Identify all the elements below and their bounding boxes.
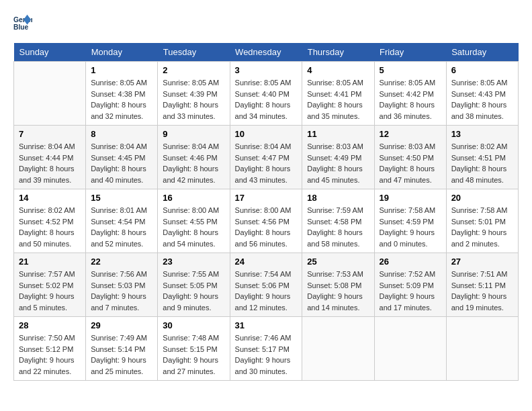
day-number: 26 (380, 257, 441, 267)
day-number: 2 (163, 65, 224, 75)
day-number: 19 (380, 193, 441, 203)
calendar-cell: 8Sunrise: 8:04 AMSunset: 4:45 PMDaylight… (86, 126, 158, 189)
day-number: 15 (91, 193, 152, 203)
day-info: Sunrise: 8:01 AMSunset: 4:54 PMDaylight:… (91, 205, 152, 249)
calendar-cell: 14Sunrise: 8:02 AMSunset: 4:52 PMDayligh… (14, 189, 86, 253)
logo: General Blue (13, 13, 36, 32)
day-info: Sunrise: 7:55 AMSunset: 5:05 PMDaylight:… (163, 269, 224, 313)
day-info: Sunrise: 8:05 AMSunset: 4:41 PMDaylight:… (307, 77, 369, 122)
weekday-header: Saturday (446, 43, 518, 62)
calendar-cell: 18Sunrise: 7:59 AMSunset: 4:58 PMDayligh… (302, 189, 374, 253)
logo-icon: General Blue (13, 13, 32, 32)
calendar-cell: 31Sunrise: 7:46 AMSunset: 5:17 PMDayligh… (230, 317, 302, 381)
calendar-cell: 20Sunrise: 7:58 AMSunset: 5:01 PMDayligh… (446, 189, 518, 253)
day-number: 3 (235, 65, 298, 75)
day-info: Sunrise: 8:05 AMSunset: 4:42 PMDaylight:… (380, 77, 441, 122)
calendar-cell: 9Sunrise: 8:04 AMSunset: 4:46 PMDaylight… (158, 126, 230, 189)
day-info: Sunrise: 8:05 AMSunset: 4:40 PMDaylight:… (235, 77, 298, 122)
day-number: 16 (163, 193, 224, 203)
day-info: Sunrise: 8:02 AMSunset: 4:51 PMDaylight:… (451, 141, 513, 185)
calendar-cell: 16Sunrise: 8:00 AMSunset: 4:55 PMDayligh… (158, 189, 230, 253)
calendar-cell: 30Sunrise: 7:48 AMSunset: 5:15 PMDayligh… (158, 317, 230, 381)
day-number: 4 (307, 65, 369, 75)
calendar-week-row: 14Sunrise: 8:02 AMSunset: 4:52 PMDayligh… (14, 189, 519, 253)
day-number: 1 (91, 65, 152, 75)
day-info: Sunrise: 8:02 AMSunset: 4:52 PMDaylight:… (19, 205, 81, 249)
calendar-cell: 27Sunrise: 7:51 AMSunset: 5:11 PMDayligh… (446, 253, 518, 317)
calendar-cell (302, 317, 374, 381)
day-number: 7 (19, 129, 81, 139)
day-number: 11 (307, 129, 369, 139)
calendar-cell: 7Sunrise: 8:04 AMSunset: 4:44 PMDaylight… (14, 126, 86, 189)
day-number: 13 (451, 129, 513, 139)
calendar-cell: 1Sunrise: 8:05 AMSunset: 4:38 PMDaylight… (86, 62, 158, 126)
day-number: 20 (451, 193, 513, 203)
day-number: 5 (380, 65, 441, 75)
day-info: Sunrise: 7:49 AMSunset: 5:14 PMDaylight:… (91, 332, 152, 377)
calendar-cell: 28Sunrise: 7:50 AMSunset: 5:12 PMDayligh… (14, 317, 86, 381)
calendar-cell: 6Sunrise: 8:05 AMSunset: 4:43 PMDaylight… (446, 62, 518, 126)
svg-text:Blue: Blue (13, 24, 29, 31)
day-number: 8 (91, 129, 152, 139)
weekday-header: Sunday (14, 43, 86, 62)
day-number: 14 (19, 193, 81, 203)
calendar-cell: 26Sunrise: 7:52 AMSunset: 5:09 PMDayligh… (374, 253, 446, 317)
day-info: Sunrise: 7:58 AMSunset: 4:59 PMDaylight:… (380, 205, 441, 249)
calendar-week-row: 7Sunrise: 8:04 AMSunset: 4:44 PMDaylight… (14, 126, 519, 189)
calendar-cell (374, 317, 446, 381)
weekday-header: Friday (374, 43, 446, 62)
day-info: Sunrise: 7:57 AMSunset: 5:02 PMDaylight:… (19, 269, 81, 313)
day-number: 27 (451, 257, 513, 267)
day-info: Sunrise: 7:52 AMSunset: 5:09 PMDaylight:… (380, 269, 441, 313)
page-header: General Blue (13, 13, 519, 32)
day-number: 17 (235, 193, 298, 203)
day-info: Sunrise: 7:58 AMSunset: 5:01 PMDaylight:… (451, 205, 513, 249)
weekday-header: Wednesday (230, 43, 302, 62)
weekday-header: Monday (86, 43, 158, 62)
day-number: 12 (380, 129, 441, 139)
day-number: 23 (163, 257, 224, 267)
day-info: Sunrise: 8:03 AMSunset: 4:50 PMDaylight:… (380, 141, 441, 185)
day-number: 21 (19, 257, 81, 267)
day-info: Sunrise: 7:53 AMSunset: 5:08 PMDaylight:… (307, 269, 369, 313)
calendar-cell: 15Sunrise: 8:01 AMSunset: 4:54 PMDayligh… (86, 189, 158, 253)
calendar-cell: 3Sunrise: 8:05 AMSunset: 4:40 PMDaylight… (230, 62, 302, 126)
day-info: Sunrise: 8:03 AMSunset: 4:49 PMDaylight:… (307, 141, 369, 185)
calendar-week-row: 28Sunrise: 7:50 AMSunset: 5:12 PMDayligh… (14, 317, 519, 381)
calendar-cell: 10Sunrise: 8:04 AMSunset: 4:47 PMDayligh… (230, 126, 302, 189)
day-info: Sunrise: 7:50 AMSunset: 5:12 PMDaylight:… (19, 332, 81, 377)
calendar-cell: 24Sunrise: 7:54 AMSunset: 5:06 PMDayligh… (230, 253, 302, 317)
day-info: Sunrise: 8:05 AMSunset: 4:43 PMDaylight:… (451, 77, 513, 122)
calendar-cell: 12Sunrise: 8:03 AMSunset: 4:50 PMDayligh… (374, 126, 446, 189)
day-number: 30 (163, 320, 224, 330)
day-number: 29 (91, 320, 152, 330)
calendar-cell: 5Sunrise: 8:05 AMSunset: 4:42 PMDaylight… (374, 62, 446, 126)
day-number: 9 (163, 129, 224, 139)
weekday-header: Tuesday (158, 43, 230, 62)
calendar-cell: 25Sunrise: 7:53 AMSunset: 5:08 PMDayligh… (302, 253, 374, 317)
calendar-cell: 21Sunrise: 7:57 AMSunset: 5:02 PMDayligh… (14, 253, 86, 317)
calendar-cell: 19Sunrise: 7:58 AMSunset: 4:59 PMDayligh… (374, 189, 446, 253)
day-number: 24 (235, 257, 298, 267)
calendar-cell: 22Sunrise: 7:56 AMSunset: 5:03 PMDayligh… (86, 253, 158, 317)
calendar-cell: 2Sunrise: 8:05 AMSunset: 4:39 PMDaylight… (158, 62, 230, 126)
day-info: Sunrise: 8:04 AMSunset: 4:46 PMDaylight:… (163, 141, 224, 185)
weekday-header: Thursday (302, 43, 374, 62)
day-number: 31 (235, 320, 298, 330)
calendar-cell: 23Sunrise: 7:55 AMSunset: 5:05 PMDayligh… (158, 253, 230, 317)
calendar-week-row: 1Sunrise: 8:05 AMSunset: 4:38 PMDaylight… (14, 62, 519, 126)
day-info: Sunrise: 7:56 AMSunset: 5:03 PMDaylight:… (91, 269, 152, 313)
calendar-cell (446, 317, 518, 381)
day-info: Sunrise: 8:04 AMSunset: 4:47 PMDaylight:… (235, 141, 298, 185)
day-info: Sunrise: 8:04 AMSunset: 4:44 PMDaylight:… (19, 141, 81, 185)
day-info: Sunrise: 8:00 AMSunset: 4:56 PMDaylight:… (235, 205, 298, 249)
day-number: 10 (235, 129, 298, 139)
day-info: Sunrise: 7:46 AMSunset: 5:17 PMDaylight:… (235, 332, 298, 377)
day-number: 18 (307, 193, 369, 203)
day-number: 6 (451, 65, 513, 75)
day-info: Sunrise: 8:04 AMSunset: 4:45 PMDaylight:… (91, 141, 152, 185)
day-info: Sunrise: 8:05 AMSunset: 4:39 PMDaylight:… (163, 77, 224, 122)
day-info: Sunrise: 7:51 AMSunset: 5:11 PMDaylight:… (451, 269, 513, 313)
calendar-cell: 11Sunrise: 8:03 AMSunset: 4:49 PMDayligh… (302, 126, 374, 189)
calendar-cell (14, 62, 86, 126)
